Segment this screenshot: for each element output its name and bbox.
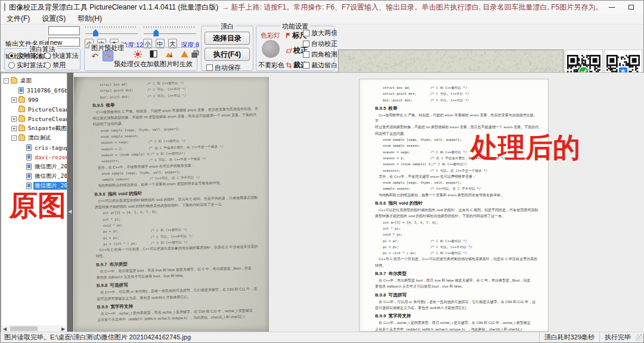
tree-item[interactable]: 微信图片_2021: [1, 171, 67, 181]
execute-button[interactable]: 执行(F4): [205, 48, 250, 61]
tree-item-label: 微信图片_2021: [33, 163, 67, 171]
tree-item-label: PictureCleaner-: [27, 116, 67, 122]
doc-line: pi = pv;/* C 可以, C++不可以 */: [375, 244, 540, 250]
menu-help[interactable]: 帮助(H): [72, 14, 108, 24]
doc-line: int * pi;: [375, 225, 540, 231]
autocorrect-checkbox[interactable]: 自动校正: [303, 39, 338, 48]
tree-item-label: 3110786_6f6b401: [26, 87, 67, 94]
autosave-checkbox[interactable]: 自动保存: [206, 63, 241, 72]
zoom2x-checkbox[interactable]: 放大两倍: [303, 29, 338, 38]
tree-item[interactable]: PictureCleaner: [1, 104, 67, 114]
tree-item-label: PictureCleaner: [27, 106, 67, 113]
doc-line: C++可以把任意类型的指针赋给指向 void 的指针，这点与 C 相同。但是不同…: [375, 207, 540, 213]
slider-thumb[interactable]: [93, 29, 98, 36]
doc-line: B.9.9 宽字符支持: [375, 313, 540, 320]
checkbox-icon: [303, 51, 309, 58]
select-directory-button[interactable]: 选择目录: [205, 32, 250, 45]
maximize-icon: [628, 5, 634, 10]
radio-icon: [8, 62, 15, 69]
tree-item[interactable]: 微信图片_2021: [1, 162, 67, 171]
tree-expander-icon[interactable]: [11, 116, 17, 122]
panel-splitter[interactable]: ◀: [67, 73, 73, 333]
undo-icon[interactable]: ↶: [89, 51, 100, 62]
tree-expander-icon[interactable]: [4, 78, 9, 84]
prefix-input[interactable]: [48, 26, 80, 35]
doc-line: 与结构和联合的情况类似，如果一个变量和 enum 类型的同名会导致名称冲突。: [375, 192, 540, 198]
tree-item-label: 999: [27, 97, 39, 103]
scroll-right-icon[interactable]: ▶: [60, 326, 66, 332]
toolbar: 输出文件名前缀 输出文件名后缀 漂白算法 实时算法1 快速算法 实时算法2 禁用…: [1, 24, 643, 72]
doc-line: 在 C++中，布尔类型是 bool，而且 true 和 false 都是关键字。…: [375, 277, 540, 283]
folder-icon: [26, 154, 32, 160]
resize-grip[interactable]: [636, 334, 643, 341]
doc-line: 特性。: [375, 262, 540, 268]
status-state: 执行完毕: [599, 332, 636, 342]
doc-line: B.9.6 指向 void 的指针: [375, 200, 540, 207]
doc-line: pv = ar;/* C 和 C++都可以 */: [375, 238, 540, 244]
doc-line: struct box ad;/* C 和 C++都可以 */: [375, 85, 540, 91]
tree-expander-icon[interactable]: [11, 126, 17, 131]
flag-icon: [286, 32, 291, 39]
doc-line: C++使用枚举比 C 严格。特别是，只能把 enum 常量赋给 enum 变量，…: [375, 112, 540, 125]
minimize-button[interactable]: [602, 1, 621, 14]
tree-item[interactable]: cris-tagupa-: [1, 143, 67, 152]
corner-detect-checkbox[interactable]: 四角检测: [303, 50, 338, 59]
preprocess-group: 图片预处理 ↶ ↷ 预处理仅在加载图片时生效: [84, 47, 197, 71]
menu-bar: 文件(F) 设置(S) 帮助(H): [1, 14, 643, 24]
radio-realtime2[interactable]: 实时算法2: [8, 61, 47, 70]
annotation-processed: 处理后的: [470, 129, 580, 166]
slider-track[interactable]: [144, 33, 196, 34]
doc-line: 义在多个头文件中（stddef.h, stdlib.h, wchar.h, wc…: [375, 326, 540, 332]
collapse-arrow-icon[interactable]: ◀: [68, 209, 72, 214]
tree-expander-icon[interactable]: [11, 97, 17, 103]
menu-settings[interactable]: 设置(S): [36, 14, 72, 24]
title-bar: 图像校正及背景漂白工具 PictureCleaner v1.1.4.0411 (…: [1, 1, 643, 14]
window-hint: → 新手上路: 请按F1。常用操作: F6、F7设置输入、输出目录。单击图片执行…: [222, 2, 602, 13]
doc-line: 在 C++中，可以用 or 来代替||，还有一些其他的可选拼写，它们都是关键字。…: [375, 299, 540, 305]
tree-item[interactable]: PictureCleaner-: [1, 114, 67, 123]
rotate-icon: [286, 48, 292, 54]
maximize-button[interactable]: [621, 1, 640, 14]
doc-line: int ar[5] = {4, 5, 6, 7, 8};: [375, 220, 540, 225]
tree-expander-icon[interactable]: [11, 135, 17, 141]
tree-item[interactable]: Snipaste截图: [1, 123, 67, 133]
status-bleach-time: 漂白耗时329毫秒: [539, 332, 599, 342]
scrollbar-thumb[interactable]: [10, 326, 38, 331]
radio-icon: [44, 62, 51, 69]
tree-item-label: davi-rezende: [33, 154, 67, 160]
checkbox-icon: [303, 62, 309, 69]
tree-item-label: cris-tagupa-: [33, 144, 67, 151]
processed-image[interactable]: struct box ad;/* C 和 C++都可以 */ struct po…: [359, 79, 549, 332]
crop-margin-checkbox[interactable]: 裁边留白: [303, 61, 338, 70]
tree-item-label: 微信图片_2021: [33, 172, 67, 180]
tree-item[interactable]: 3110786_6f6b401: [1, 85, 67, 95]
tree-item[interactable]: davi-rezende: [1, 152, 67, 162]
doc-line: 些可选拼写都被定义为宏。要包含 iso646.h 才能使用它们。: [375, 305, 540, 311]
status-message: 图片读取完毕。E:\桌面\漂白测试\微信图片 20210424162745.jp…: [4, 333, 191, 342]
radio-icon: [8, 52, 15, 59]
doc-line: enum sample {sage, thyme, salt, pepper};: [375, 180, 540, 186]
close-button[interactable]: ×: [640, 1, 644, 14]
tree-item-label: 漂白测试: [27, 134, 52, 142]
crop-icon: [286, 62, 292, 69]
minimize-icon: [609, 7, 615, 8]
original-image[interactable]: struct box ad;/* C 和 C++都可以 */ struct po…: [74, 77, 269, 333]
doc-line: pi = (int * ) pv;/* C 和 C++都可以 */: [375, 250, 540, 256]
scroll-left-icon[interactable]: ◀: [2, 326, 8, 332]
slider-thumb[interactable]: [153, 29, 159, 36]
radio-disable[interactable]: 禁用: [44, 61, 66, 70]
color-lamp-label: 色彩灯: [261, 31, 280, 40]
doc-line: box::point dot;/* C 不行, C++可以 */: [375, 97, 540, 103]
radio-fast[interactable]: 快速算法: [44, 51, 79, 60]
menu-file[interactable]: 文件(F): [1, 14, 36, 24]
bleach-group: 漂白 选择目录 执行(F4) 自动保存: [201, 26, 253, 71]
folder-icon: [18, 126, 25, 131]
window-title: 图像校正及背景漂白工具 PictureCleaner v1.1.4.0411 (…: [9, 2, 218, 13]
tree-item[interactable]: 桌面: [1, 76, 67, 85]
main-area: 桌面 3110786_6f6b401 999: [1, 72, 643, 333]
tree-item[interactable]: 999: [1, 95, 67, 104]
folder-icon: [18, 107, 25, 112]
radio-realtime1[interactable]: 实时算法1: [8, 51, 47, 60]
doc-line: 类型转换才能把指向 void 的指针赋给其他类型的指针。下面的代码说明了这一点。: [375, 213, 540, 219]
tree-item[interactable]: 漂白测试: [1, 133, 67, 143]
